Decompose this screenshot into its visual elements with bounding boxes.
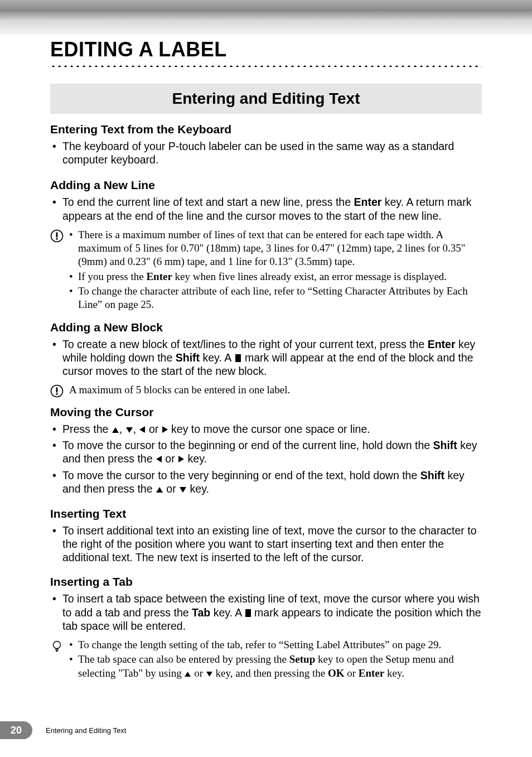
svg-point-14	[54, 641, 61, 648]
key-tab: Tab	[192, 606, 210, 619]
block-mark-icon	[235, 354, 241, 362]
header-gradient	[0, 0, 532, 35]
text: key.	[190, 483, 209, 495]
note-item: The tab space can also be entered by pre…	[69, 653, 482, 681]
up-arrow-icon	[156, 483, 163, 496]
text: key. A	[200, 351, 234, 364]
text: or	[344, 667, 358, 679]
key-enter: Enter	[354, 196, 381, 208]
key-shift: Shift	[433, 439, 457, 451]
text: To move the cursor to the very beginning…	[62, 469, 420, 481]
warning-icon	[50, 384, 64, 398]
bullet: To create a new block of text/lines to t…	[50, 337, 482, 378]
text: To end the current line of text and star…	[62, 196, 354, 208]
or-text: or	[191, 667, 205, 679]
warning-note: A maximum of 5 blocks can be entered in …	[50, 383, 482, 398]
down-arrow-icon	[125, 423, 133, 436]
chapter-title: EDITING A LABEL	[50, 38, 482, 61]
note-item: To change the character attribute of eac…	[69, 285, 482, 312]
or-text: or	[163, 483, 179, 495]
text: key, and then pressing the	[216, 667, 328, 679]
warning-note: There is a maximum number of lines of te…	[50, 228, 482, 313]
text: To create a new block of text/lines to t…	[62, 338, 428, 350]
note-item: There is a maximum number of lines of te…	[69, 228, 482, 269]
text: key. A	[210, 606, 244, 619]
svg-marker-9	[162, 426, 168, 433]
text: key.	[384, 667, 404, 679]
key-shift: Shift	[176, 351, 200, 364]
svg-rect-1	[56, 232, 58, 237]
lightbulb-icon	[50, 639, 64, 653]
bullet: To move the cursor to the very beginning…	[50, 469, 482, 496]
page-footer: 20 Entering and Editing Text	[0, 721, 126, 739]
comma: ,	[133, 423, 139, 435]
bullet: Press the , , or key to move the cursor …	[50, 422, 482, 436]
text: If you press the	[78, 271, 146, 282]
left-arrow-icon	[156, 452, 162, 466]
svg-rect-4	[56, 388, 58, 393]
svg-marker-12	[156, 487, 163, 493]
up-arrow-icon	[112, 423, 119, 436]
svg-marker-6	[112, 427, 119, 433]
note-list: There is a maximum number of lines of te…	[69, 228, 482, 313]
section-title: Entering and Editing Text	[50, 84, 482, 114]
footer-section-name: Entering and Editing Text	[46, 726, 126, 735]
tip-note: To change the length setting of the tab,…	[50, 638, 482, 682]
svg-marker-13	[180, 487, 186, 493]
text: key.	[188, 452, 207, 465]
key-enter: Enter	[428, 338, 456, 350]
svg-marker-15	[185, 672, 191, 677]
svg-marker-10	[156, 456, 162, 462]
bullet: To insert additional text into an existi…	[50, 524, 482, 565]
subhead-entering-text: Entering Text from the Keyboard	[50, 123, 482, 136]
note-text: A maximum of 5 blocks can be entered in …	[69, 383, 482, 397]
svg-point-5	[56, 393, 57, 395]
subhead-inserting-text: Inserting Text	[50, 507, 482, 520]
key-setup: Setup	[289, 653, 315, 665]
note-item: If you press the Enter key when five lin…	[69, 270, 482, 283]
bullet: The keyboard of your P-touch labeler can…	[50, 139, 482, 166]
text: Press the	[62, 423, 112, 435]
right-arrow-icon	[178, 452, 185, 466]
note-item: To change the length setting of the tab,…	[69, 638, 482, 652]
up-arrow-icon	[184, 667, 191, 681]
note-list: To change the length setting of the tab,…	[69, 638, 482, 682]
or-text: or	[146, 423, 161, 435]
left-arrow-icon	[139, 423, 146, 436]
page-number: 20	[0, 721, 32, 739]
key-enter: Enter	[359, 667, 384, 679]
key-shift: Shift	[420, 469, 444, 481]
page-content: EDITING A LABEL Entering and Editing Tex…	[0, 38, 532, 682]
text: The tab space can also be entered by pre…	[78, 653, 289, 665]
bullet: To move the cursor to the beginning or e…	[50, 438, 482, 466]
key-ok: OK	[328, 667, 345, 679]
key-enter: Enter	[146, 271, 172, 282]
bullet: To insert a tab space between the existi…	[50, 592, 482, 633]
or-text: or	[162, 452, 178, 465]
bullet: To end the current line of text and star…	[50, 195, 482, 222]
right-arrow-icon	[162, 423, 168, 436]
subhead-new-line: Adding a New Line	[50, 179, 482, 192]
svg-marker-8	[139, 426, 145, 433]
svg-marker-11	[178, 456, 184, 462]
dotted-divider	[50, 64, 482, 67]
down-arrow-icon	[179, 483, 187, 496]
svg-marker-16	[206, 672, 212, 677]
subhead-moving-cursor: Moving the Cursor	[50, 406, 482, 419]
subhead-inserting-tab: Inserting a Tab	[50, 575, 482, 589]
text: key to move the cursor one space or line…	[171, 423, 370, 435]
text: To move the cursor to the beginning or e…	[62, 439, 433, 451]
comma: ,	[119, 423, 125, 435]
down-arrow-icon	[206, 667, 213, 681]
tab-mark-icon	[245, 609, 251, 617]
svg-point-2	[56, 238, 57, 239]
subhead-new-block: Adding a New Block	[50, 321, 482, 334]
svg-marker-7	[126, 427, 133, 433]
warning-icon	[50, 229, 64, 243]
text: key when five lines already exist, an er…	[172, 271, 447, 282]
